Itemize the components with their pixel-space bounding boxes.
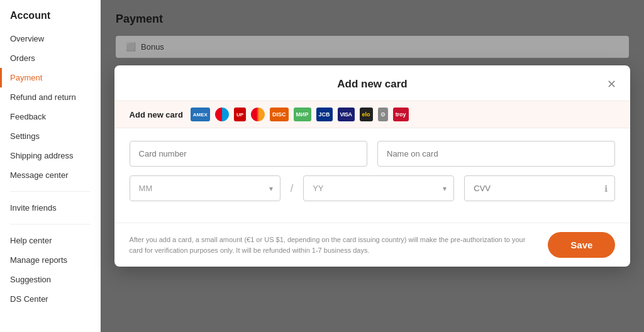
modal-footer: After you add a card, a small amount (€1… xyxy=(114,223,631,267)
sidebar-divider-1 xyxy=(10,191,91,192)
save-button[interactable]: Save xyxy=(548,232,615,258)
maestro-icon xyxy=(215,108,229,121)
sidebar-title: Account xyxy=(0,10,101,29)
diners-icon: ⊙ xyxy=(378,108,388,121)
elo-icon: elo xyxy=(360,108,373,121)
sidebar-item-suggestion[interactable]: Suggestion xyxy=(0,270,101,289)
sidebar-item-payment[interactable]: Payment xyxy=(0,68,101,87)
sidebar-divider-2 xyxy=(10,224,91,224)
modal-overlay: Add new card ✕ Add new card AMEX UP DISC… xyxy=(101,0,644,332)
sidebar: Account Overview Orders Payment Refund a… xyxy=(0,0,101,332)
unionpay-icon: UP xyxy=(234,108,246,121)
sidebar-item-overview[interactable]: Overview xyxy=(0,29,101,48)
expiry-cvv-row: MM 010203 040506 070809 101112 ▾ / YY 24… xyxy=(130,175,616,201)
jcb-icon: JCB xyxy=(316,108,333,121)
amex-icon: AMEX xyxy=(191,108,210,121)
sidebar-item-invite-friends[interactable]: Invite friends xyxy=(0,198,101,218)
modal-header: Add new card ✕ xyxy=(114,65,631,101)
sidebar-item-orders[interactable]: Orders xyxy=(0,48,101,68)
visa-icon: VISA xyxy=(338,108,355,121)
card-brand-label: Add new card xyxy=(130,110,183,119)
sidebar-item-refund-return[interactable]: Refund and return xyxy=(0,87,101,107)
sidebar-item-manage-reports[interactable]: Manage reports xyxy=(0,250,101,270)
main-content: Payment ⬜ Bonus Add new card ✕ Add new c… xyxy=(101,0,644,332)
cvv-info-icon: ℹ xyxy=(604,184,608,194)
modal-close-button[interactable]: ✕ xyxy=(602,75,620,93)
troy-icon: troy xyxy=(393,108,409,121)
cvv-input[interactable] xyxy=(464,175,615,201)
card-brand-row: Add new card AMEX UP DISC МИР JCB VISA e… xyxy=(114,101,631,128)
slash-divider: / xyxy=(291,183,293,194)
year-select[interactable]: YY 242526 272829 303132 xyxy=(303,175,454,201)
name-on-card-input[interactable] xyxy=(377,141,615,167)
card-number-field xyxy=(130,141,367,167)
sidebar-item-help-center[interactable]: Help center xyxy=(0,231,101,250)
name-on-card-field xyxy=(377,141,615,167)
sidebar-item-message-center[interactable]: Message center xyxy=(0,165,101,185)
sidebar-item-ds-center[interactable]: DS Center xyxy=(0,289,101,309)
discover-icon: DISC xyxy=(270,108,289,121)
footer-text: After you add a card, a small amount (€1… xyxy=(130,235,538,255)
modal-form: MM 010203 040506 070809 101112 ▾ / YY 24… xyxy=(114,128,631,223)
sidebar-item-shipping-address[interactable]: Shipping address xyxy=(0,146,101,165)
modal-title: Add new card xyxy=(337,78,407,90)
year-select-wrapper: YY 242526 272829 303132 ▾ xyxy=(303,175,454,201)
month-select-wrapper: MM 010203 040506 070809 101112 ▾ xyxy=(130,175,280,201)
sidebar-item-feedback[interactable]: Feedback xyxy=(0,107,101,126)
mir-icon: МИР xyxy=(294,108,311,121)
cvv-field: ℹ xyxy=(464,175,615,201)
sidebar-item-settings[interactable]: Settings xyxy=(0,126,101,146)
mastercard-icon xyxy=(251,108,265,121)
month-select[interactable]: MM 010203 040506 070809 101112 xyxy=(130,175,280,201)
add-card-modal: Add new card ✕ Add new card AMEX UP DISC… xyxy=(114,65,631,267)
card-info-row xyxy=(130,141,616,167)
card-number-input[interactable] xyxy=(130,141,367,167)
